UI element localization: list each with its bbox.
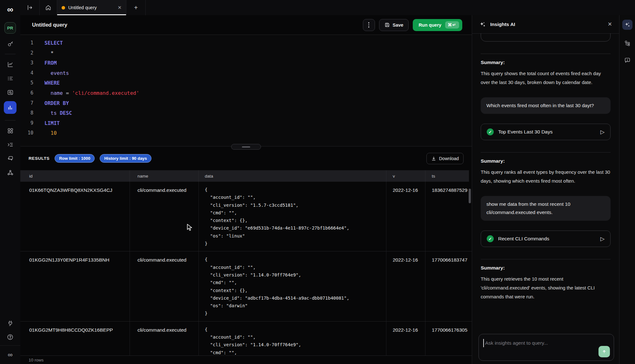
app-window: ∞ PR [0, 0, 635, 364]
help-icon[interactable] [6, 333, 14, 341]
summary-label: Summary: [481, 265, 611, 271]
row-limit-badge[interactable]: Row limit : 1000 [55, 154, 95, 163]
sql-code: ts DESC [44, 108, 72, 118]
table-row[interactable]: 01KGG2N1J3Y0ENP1R4F1335BNHcli/command.ex… [20, 251, 472, 321]
sidebar-divider [5, 120, 16, 120]
line-number: 9 [20, 118, 33, 128]
summary-block: Summary:This query ranks all event types… [481, 158, 611, 185]
sql-editor[interactable]: 1SELECT2 *3FROM4 events5WHERE6 name = 'c… [20, 35, 472, 146]
cell-ts: 1836274887529 [425, 182, 472, 251]
column-header-name[interactable]: name [130, 170, 199, 182]
expand-sidebar-button[interactable] [20, 0, 40, 15]
scrolled-card-edge [481, 33, 611, 42]
sql-line[interactable]: 7ORDER BY [20, 98, 472, 108]
sidebar-footer-logo: ∞ [0, 345, 20, 364]
download-button[interactable]: Download [426, 153, 464, 164]
plugins-icon[interactable] [6, 319, 14, 327]
sql-line[interactable]: 5WHERE [20, 78, 472, 88]
summary-text: This query ranks all event types by freq… [481, 168, 611, 185]
sql-lines: 1SELECT2 *3FROM4 events5WHERE6 name = 'c… [20, 38, 472, 138]
column-header-ts[interactable]: ts [425, 170, 469, 182]
more-options-button[interactable] [363, 19, 375, 31]
sql-line[interactable]: 2 * [20, 48, 472, 58]
run-label: Run query [418, 23, 441, 28]
sql-code: events [44, 68, 69, 78]
charts-icon[interactable] [6, 61, 14, 68]
new-tab-button[interactable]: + [126, 0, 146, 15]
table-scrollbar[interactable] [469, 189, 471, 203]
sql-line[interactable]: 3FROM [20, 58, 472, 68]
results-label: RESULTS [29, 156, 50, 161]
run-play-icon[interactable]: ▷ [600, 129, 605, 135]
insights-panel: Insights AI ✕ Summary:This query shows t… [472, 15, 619, 364]
line-number: 7 [20, 98, 33, 108]
sql-code: name = 'cli/command.executed' [44, 88, 139, 98]
sql-line[interactable]: 1SELECT [20, 38, 472, 48]
check-circle-icon: ✓ [487, 235, 494, 242]
sql-line[interactable]: 10 10 [20, 128, 472, 138]
cell-ts: 1770066183747 [425, 251, 472, 321]
line-number: 10 [20, 128, 33, 138]
save-button[interactable]: Save [379, 19, 409, 31]
line-number: 8 [20, 108, 33, 118]
query-list-icon[interactable] [6, 75, 14, 82]
page-title: Untitled query [32, 22, 67, 28]
query-action-card[interactable]: ✓Top Events Last 30 Days▷ [481, 124, 611, 140]
check-circle-icon: ✓ [487, 128, 494, 135]
query-action-card[interactable]: ✓Recent CLI Commands▷ [481, 231, 611, 247]
sql-code: WHERE [44, 78, 60, 88]
close-panel-icon[interactable]: ✕ [608, 21, 612, 28]
column-header-data[interactable]: data [199, 170, 386, 182]
insights-input[interactable]: Ask insights agent to query... [478, 334, 614, 361]
workspace-badge[interactable]: PR [4, 22, 16, 34]
apps-icon[interactable] [6, 127, 14, 134]
run-query-button[interactable]: Run query ⌘↵ [413, 19, 462, 31]
app-logo-icon: ∞ [7, 5, 13, 14]
row-count: 10 rows [29, 358, 43, 362]
table-row[interactable]: 01K66TQNZA3WFBQ8XN2KXSG4CJcli/command.ex… [20, 182, 472, 251]
cell-ts: 1770066176305 [425, 322, 472, 356]
table-header: idnamedatavts [20, 170, 469, 182]
cell-name: cli/command.executed [130, 182, 199, 251]
feedback-rail-button[interactable] [624, 56, 631, 64]
user-message-bubble: show me data from the most recent 10 cli… [481, 196, 611, 221]
history-limit-badge[interactable]: History limit : 90 days [100, 154, 151, 163]
sparkle-icon [479, 21, 486, 28]
action-card-label: Top Events Last 30 Days [498, 129, 552, 135]
insights-ai-rail-button[interactable] [622, 20, 632, 30]
sql-line[interactable]: 6 name = 'cli/command.executed' [20, 88, 472, 98]
download-label: Download [439, 156, 459, 161]
insights-title: Insights AI [490, 22, 515, 27]
send-button[interactable] [598, 346, 610, 357]
sql-line[interactable]: 8 ts DESC [20, 108, 472, 118]
home-tab-button[interactable] [40, 0, 57, 15]
results-toolbar: RESULTS Row limit : 1000 History limit :… [20, 146, 472, 170]
integrations-icon[interactable] [6, 169, 14, 176]
tab-bar: Untitled query ✕ + [20, 0, 635, 16]
query-editor-icon-active[interactable] [4, 101, 17, 114]
line-number: 5 [20, 78, 33, 88]
query-header: Untitled query Save Run query ⌘↵ [20, 15, 472, 35]
data-explorer-icon[interactable] [6, 88, 14, 96]
cell-id: 01KGG2N1J3Y0ENP1R4F1335BNH [20, 251, 130, 321]
summary-text: This query shows the total count of even… [481, 69, 611, 87]
schema-tree-rail-button[interactable] [624, 39, 631, 47]
table-row[interactable]: 01KGG2MT9H8H8CCDQ0ZK16BEPPcli/command.ex… [20, 322, 472, 356]
tab-untitled-query[interactable]: Untitled query ✕ [57, 0, 126, 15]
console-icon[interactable] [6, 141, 14, 148]
tab-label: Untitled query [68, 5, 113, 10]
column-header-v[interactable]: v [386, 170, 425, 182]
sql-line[interactable]: 4 events [20, 68, 472, 78]
feed-divider [481, 54, 611, 54]
close-tab-icon[interactable]: ✕ [117, 5, 122, 10]
api-keys-icon[interactable] [6, 40, 14, 48]
feedback-icon[interactable] [6, 155, 14, 162]
run-play-icon[interactable]: ▷ [600, 236, 605, 242]
table-footer: 10 rows [20, 355, 472, 364]
column-header-id[interactable]: id [20, 170, 130, 182]
sidebar-divider [5, 54, 16, 54]
cell-v: 2022-12-16 [386, 182, 425, 251]
feed-divider [481, 259, 611, 259]
sql-code: FROM [44, 58, 57, 68]
sql-line[interactable]: 9LIMIT [20, 118, 472, 128]
